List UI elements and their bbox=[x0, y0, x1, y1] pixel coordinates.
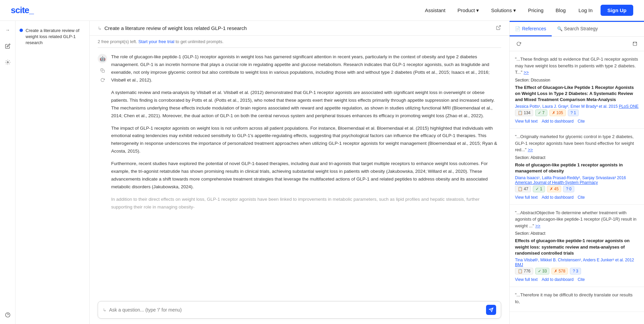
content-area: ↳ Create a literature review of weight l… bbox=[90, 21, 509, 324]
stat-total: 📋 134 bbox=[515, 109, 533, 116]
nav-item-solutions[interactable]: Solutions ▾ bbox=[486, 5, 521, 15]
add-to-dashboard-link[interactable]: Add to dashboard bbox=[542, 119, 574, 124]
arrow-right-icon[interactable]: → bbox=[3, 25, 13, 35]
stat-mentioning: ? 0 bbox=[563, 186, 574, 192]
nav-item-product[interactable]: Product ▾ bbox=[453, 5, 484, 15]
stat-supporting: ✓ 1 bbox=[533, 186, 545, 192]
refresh-refs-button[interactable] bbox=[514, 39, 523, 48]
svg-line-3 bbox=[498, 26, 501, 28]
ref-quote-link[interactable]: >> bbox=[535, 223, 540, 228]
input-area: ↳ bbox=[90, 297, 509, 324]
nav-item-blog[interactable]: Blog bbox=[551, 5, 571, 15]
share-icon[interactable] bbox=[496, 25, 501, 31]
input-wrapper: ↳ bbox=[98, 301, 501, 319]
help-icon[interactable] bbox=[3, 310, 13, 320]
free-prompts-bar: 2 free prompt(s) left. Start your free t… bbox=[98, 36, 501, 48]
ref-actions: View full text Add to dashboard Cite bbox=[515, 277, 639, 282]
expand-refs-button[interactable] bbox=[631, 39, 639, 48]
ref-quote: "...Therefore it may be difficult to dir… bbox=[515, 292, 639, 305]
ref-title: Role of glucagon-like peptide 1 receptor… bbox=[515, 162, 639, 174]
ref-card: "...These findings add to evidence that … bbox=[510, 51, 644, 129]
stat-total: 📋 776 bbox=[515, 268, 533, 274]
history-item-text: Create a literature review of weight los… bbox=[26, 28, 85, 46]
ref-quote-link[interactable]: >> bbox=[524, 70, 529, 75]
svg-rect-4 bbox=[102, 70, 104, 72]
ref-journal-link[interactable]: PLoS ONE bbox=[619, 104, 639, 109]
history-panel: Create a literature review of weight los… bbox=[15, 21, 90, 324]
ref-tabs: 📄 References 🔍 Search Strategy bbox=[510, 22, 644, 37]
chat-header: ↳ Create a literature review of weight l… bbox=[90, 21, 509, 36]
navigation: scite_ Assistant Product ▾ Solutions ▾ P… bbox=[0, 0, 644, 21]
chat-input[interactable] bbox=[109, 307, 486, 313]
ref-quote-link[interactable]: >> bbox=[528, 147, 533, 152]
input-arrow-icon: ↳ bbox=[103, 307, 106, 313]
settings-icon[interactable] bbox=[3, 57, 13, 67]
ref-section: Section: Abstract bbox=[515, 155, 639, 160]
ref-actions: View full text Add to dashboard Cite bbox=[515, 195, 639, 200]
ref-stats: 📋 134 ✓ 7 ✗ 105 ? 1 bbox=[515, 109, 639, 116]
ref-section: Section: Discussion bbox=[515, 78, 639, 83]
view-full-text-link[interactable]: View full text bbox=[515, 119, 538, 124]
ref-card: "...AbstractObjective To determine wheth… bbox=[510, 205, 644, 287]
message-icon: 🤖 bbox=[98, 54, 107, 63]
refresh-button[interactable] bbox=[99, 76, 106, 84]
message-text: The role of glucagon-like peptide-1 (GLP… bbox=[111, 53, 501, 211]
ref-panel-toolbar bbox=[510, 37, 644, 51]
stat-mentioning: ? 1 bbox=[568, 109, 579, 116]
cite-link[interactable]: Cite bbox=[578, 277, 585, 282]
ref-card: "...Therefore it may be difficult to dir… bbox=[510, 287, 644, 312]
message-actions bbox=[99, 67, 106, 84]
chat-messages: 2 free prompt(s) left. Start your free t… bbox=[90, 36, 509, 297]
copy-button[interactable] bbox=[99, 67, 106, 74]
stat-supporting: ✓ 33 bbox=[535, 268, 549, 274]
ref-card: "...Originally marketed for glycemic con… bbox=[510, 129, 644, 205]
ref-quote: "...Originally marketed for glycemic con… bbox=[515, 133, 639, 153]
history-dot bbox=[20, 29, 23, 32]
stat-contrasting: ✗ 578 bbox=[551, 268, 568, 274]
ref-journal-link[interactable]: American Journal of Health-System Pharma… bbox=[515, 180, 598, 185]
ref-authors: Diana Isaacs¹, Lalita Prasad-Reddy², San… bbox=[515, 175, 639, 185]
ref-quote: "...These findings add to evidence that … bbox=[515, 56, 639, 76]
stat-mentioning: ? 3 bbox=[570, 268, 581, 274]
tab-search-strategy[interactable]: 🔍 Search Strategy bbox=[552, 22, 603, 36]
stat-contrasting: ✗ 105 bbox=[549, 109, 566, 116]
nav-left: scite_ bbox=[11, 5, 34, 15]
send-button[interactable] bbox=[486, 305, 496, 315]
references-panel: 📄 References 🔍 Search Strategy "...These… bbox=[509, 21, 644, 324]
main-layout: → Create a literature review of weight l… bbox=[0, 21, 644, 324]
view-full-text-link[interactable]: View full text bbox=[515, 277, 538, 282]
ref-authors: Jessica Potts¹, Laura J. Gray², Emer M B… bbox=[515, 104, 639, 109]
svg-point-0 bbox=[7, 62, 8, 63]
history-item[interactable]: Create a literature review of weight los… bbox=[15, 25, 89, 49]
logo[interactable]: scite_ bbox=[11, 5, 34, 15]
cite-link[interactable]: Cite bbox=[578, 119, 585, 124]
stat-total: 📋 47 bbox=[515, 186, 531, 192]
stat-contrasting: ✗ 45 bbox=[547, 186, 561, 192]
chevron-down-icon: ▾ bbox=[476, 7, 479, 13]
ref-list: "...These findings add to evidence that … bbox=[510, 51, 644, 324]
login-button[interactable]: Log In bbox=[573, 5, 598, 15]
stat-supporting: ✓ 7 bbox=[535, 109, 547, 116]
chat-header-left: ↳ Create a literature review of weight l… bbox=[98, 25, 247, 31]
add-to-dashboard-link[interactable]: Add to dashboard bbox=[542, 277, 574, 282]
nav-item-assistant[interactable]: Assistant bbox=[420, 5, 450, 15]
ref-quote: "...AbstractObjective To determine wheth… bbox=[515, 209, 639, 229]
signup-button[interactable]: Sign Up bbox=[601, 5, 633, 16]
ref-journal-link[interactable]: BMJ bbox=[515, 262, 523, 267]
ref-stats: 📋 776 ✓ 33 ✗ 578 ? 3 bbox=[515, 268, 639, 274]
tab-references[interactable]: 📄 References bbox=[510, 22, 552, 36]
cite-link[interactable]: Cite bbox=[578, 195, 585, 200]
edit-icon[interactable] bbox=[3, 41, 13, 51]
free-trial-link[interactable]: Start your free trial bbox=[138, 39, 174, 44]
search-strategy-tab-icon: 🔍 bbox=[557, 26, 562, 31]
add-to-dashboard-link[interactable]: Add to dashboard bbox=[542, 195, 574, 200]
nav-item-pricing[interactable]: Pricing bbox=[523, 5, 548, 15]
ref-stats: 📋 47 ✓ 1 ✗ 45 ? 0 bbox=[515, 186, 639, 192]
header-arrow-icon: ↳ bbox=[98, 26, 102, 31]
chat-title: Create a literature review of weight los… bbox=[104, 25, 247, 31]
view-full-text-link[interactable]: View full text bbox=[515, 195, 538, 200]
references-tab-icon: 📄 bbox=[515, 26, 520, 31]
ref-actions: View full text Add to dashboard Cite bbox=[515, 119, 639, 124]
message-block: 🤖 The role of glucagon-like peptide-1 (G… bbox=[98, 53, 501, 211]
ref-title: Effects of glucagon-like peptide-1 recep… bbox=[515, 238, 639, 256]
